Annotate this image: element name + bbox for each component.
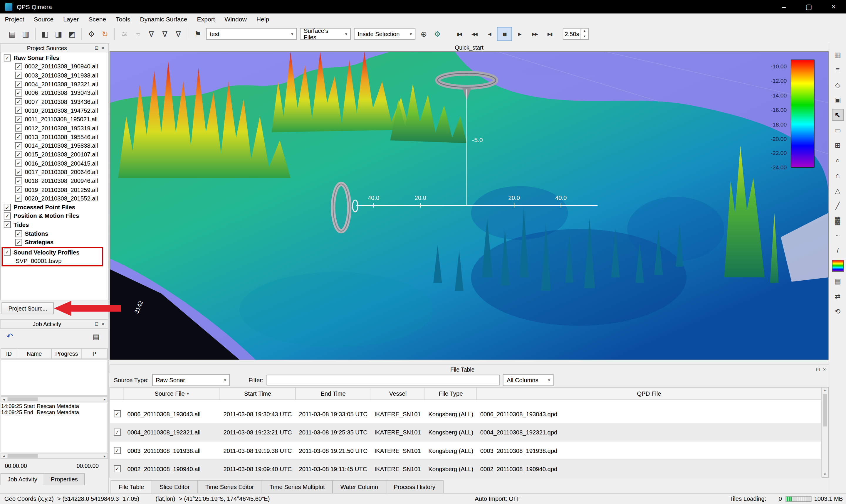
interval-spinner[interactable]: 2.50s ▴▾ xyxy=(563,28,589,40)
play-button[interactable]: ▶ xyxy=(512,27,527,41)
checkbox[interactable] xyxy=(15,116,22,123)
time-series-icon[interactable]: ~ xyxy=(832,230,843,241)
tree-item-raw-file[interactable]: 0013_20110308_195546.all xyxy=(1,132,108,141)
project-sources-dock-tab[interactable]: Project Sourc... xyxy=(2,302,54,314)
source-type-combo[interactable]: Raw Sonar ▾ xyxy=(152,374,229,386)
tree-item-raw-file[interactable]: 0010_20110308_194752.all xyxy=(1,106,108,115)
bottom-dock-tab[interactable]: Water Column xyxy=(332,481,386,493)
row-checkbox[interactable] xyxy=(114,410,121,417)
processing-settings-icon[interactable]: ⚙ xyxy=(85,27,98,41)
step-back-button[interactable]: ◀ xyxy=(482,27,497,41)
v-scrollbar[interactable] xyxy=(821,388,828,477)
tree-item-raw-file[interactable]: 0015_20110308_200107.all xyxy=(1,150,108,159)
spin-up-icon[interactable]: ▴ xyxy=(581,29,588,34)
checkbox[interactable] xyxy=(15,133,22,140)
rescan-files-icon[interactable]: ↻ xyxy=(98,27,112,41)
column-header-file-type[interactable]: File Type xyxy=(425,388,477,399)
bathymetry-render[interactable]: 40.0 20.0 20.0 40.0 -5.0 3142 -10.00 -12… xyxy=(110,52,828,360)
checkbox[interactable] xyxy=(15,168,22,176)
select-polygon-icon[interactable]: △ xyxy=(832,184,843,196)
skip-to-start-button[interactable]: ▮◀ xyxy=(452,27,466,41)
spin-down-icon[interactable]: ▾ xyxy=(581,34,588,39)
column-header-qpd-file[interactable]: QPD File xyxy=(477,388,822,399)
tree-item-stations[interactable]: Stations xyxy=(1,229,108,238)
job-table-column-header[interactable]: ID xyxy=(1,349,17,358)
tree-item-raw-file[interactable]: 0014_20110308_195838.all xyxy=(1,141,108,150)
table-row[interactable]: 0002_20110308_190940.all 2011-03-08 19:0… xyxy=(110,460,822,478)
scrollbar-thumb[interactable] xyxy=(7,454,38,458)
close-panel-icon[interactable]: × xyxy=(100,321,106,327)
row-checkbox[interactable] xyxy=(114,465,121,472)
close-button[interactable]: × xyxy=(821,0,846,14)
selection-tools-icon[interactable]: ⊕ xyxy=(417,27,430,41)
checkbox[interactable] xyxy=(15,142,22,149)
checkbox[interactable] xyxy=(4,249,11,256)
log-list-icon[interactable]: ▤ xyxy=(90,330,103,343)
bottom-dock-tab[interactable]: Process History xyxy=(386,481,444,493)
tree-item-raw-file[interactable]: 0016_20110308_200415.all xyxy=(1,159,108,168)
row-checkbox[interactable] xyxy=(114,447,121,454)
checkbox[interactable] xyxy=(15,177,22,184)
undo-icon[interactable]: ↶ xyxy=(3,330,16,343)
select-column-header[interactable] xyxy=(110,388,124,399)
swap-view-icon[interactable]: ⇄ xyxy=(832,290,843,302)
checkbox[interactable] xyxy=(15,90,22,96)
scrollbar-thumb[interactable] xyxy=(823,394,827,427)
bottom-dock-tab[interactable]: Time Series Editor xyxy=(197,481,262,493)
select-circle-icon[interactable]: ○ xyxy=(832,154,843,166)
checkbox[interactable] xyxy=(15,195,22,202)
box-3d-icon[interactable]: ▣ xyxy=(832,94,843,106)
pointer-tool-icon[interactable]: ↖ xyxy=(832,109,843,121)
mesh-3d-icon[interactable]: ◇ xyxy=(832,79,843,90)
job-table-column-header[interactable]: Name xyxy=(17,349,52,358)
tree-item-svp-file[interactable]: SVP_00001.bsvp xyxy=(3,256,102,265)
bottom-dock-tab[interactable]: Slice Editor xyxy=(152,481,198,493)
tree-item-raw-file[interactable]: 0007_20110308_193436.all xyxy=(1,97,108,106)
left-dock-tab[interactable]: Job Activity xyxy=(1,473,45,485)
tree-item-raw-file[interactable]: 0017_20110308_200646.all xyxy=(1,168,108,176)
spinner-arrows[interactable]: ▴▾ xyxy=(580,29,588,39)
select-add-icon[interactable]: ⊞ xyxy=(832,139,843,151)
close-panel-icon[interactable]: × xyxy=(821,367,828,372)
tree-item-raw-file[interactable]: 0019_20110308_201259.all xyxy=(1,185,108,194)
tree-item-tides[interactable]: Tides xyxy=(1,220,108,229)
job-table-column-header[interactable]: P xyxy=(82,349,107,358)
bottom-dock-tab[interactable]: Time Series Multiplot xyxy=(261,481,333,493)
tree-item-raw-file[interactable]: 0011_20110308_195021.all xyxy=(1,115,108,124)
menu-item[interactable]: Dynamic Surface xyxy=(135,14,192,25)
scene-3d-viewport[interactable]: 40.0 20.0 20.0 40.0 -5.0 3142 -10.00 -12… xyxy=(109,51,829,360)
table-row[interactable]: 0006_20110308_193043.all 2011-03-08 19:3… xyxy=(110,405,822,423)
import-generic-file-icon[interactable]: ◩ xyxy=(65,27,79,41)
row-checkbox[interactable] xyxy=(114,429,121,436)
add-raw-sonar-files-icon[interactable]: ▤ xyxy=(5,27,19,41)
tile-grid-icon[interactable]: ▤ xyxy=(832,275,843,287)
menu-item[interactable]: Window xyxy=(220,14,251,25)
select-rectangle-icon[interactable]: ▭ xyxy=(832,124,843,136)
column-header-source-file[interactable]: Source File xyxy=(124,388,220,399)
surface-files-combo[interactable]: Surface's Files ▾ xyxy=(300,28,351,40)
checkbox[interactable] xyxy=(15,81,22,88)
tree-item-raw-file[interactable]: 0006_20110308_193043.all xyxy=(1,89,108,97)
menu-item[interactable]: Help xyxy=(251,14,274,25)
checkbox[interactable] xyxy=(15,98,22,105)
profile-line-icon[interactable]: ╱ xyxy=(832,200,843,211)
table-row[interactable]: 0004_20110308_192321.all 2011-03-08 19:2… xyxy=(110,423,822,442)
bottom-dock-tab[interactable]: File Table xyxy=(111,481,152,493)
table-row[interactable]: 0003_20110308_191938.all 2011-03-08 19:1… xyxy=(110,442,822,460)
colormap-icon[interactable] xyxy=(832,260,843,271)
measure-tool-icon[interactable]: / xyxy=(832,245,843,256)
shading-icon[interactable]: ▓ xyxy=(832,215,843,226)
grid-display-icon[interactable]: ▦ xyxy=(832,49,843,60)
georeference-icon[interactable]: ∇ xyxy=(172,27,185,41)
checkbox[interactable] xyxy=(15,124,22,131)
rotate-view-icon[interactable]: ⟲ xyxy=(832,305,843,317)
flag-edit-icon[interactable]: ⚑ xyxy=(191,27,205,41)
left-dock-tab[interactable]: Properties xyxy=(44,473,85,485)
scrollbar-thumb[interactable] xyxy=(7,397,38,401)
layers-display-icon[interactable]: ≡ xyxy=(832,64,843,75)
tree-item-raw-sonar-files[interactable]: Raw Sonar Files xyxy=(1,53,108,62)
import-navigation-icon[interactable]: ◨ xyxy=(52,27,65,41)
float-panel-icon[interactable]: ⊡ xyxy=(93,321,100,327)
float-panel-icon[interactable]: ⊡ xyxy=(93,45,100,51)
float-panel-icon[interactable]: ⊡ xyxy=(814,367,821,372)
